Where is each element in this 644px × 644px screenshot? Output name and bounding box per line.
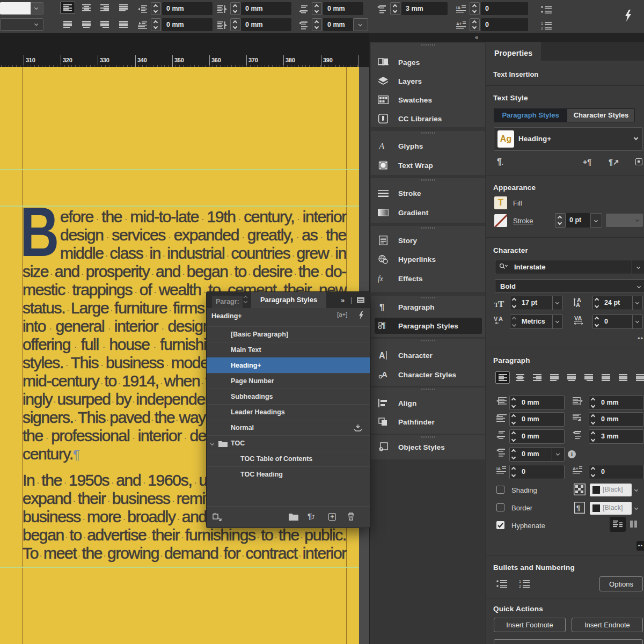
svg-text:A: A [382, 370, 387, 379]
svg-text:1: 1 [541, 21, 543, 25]
svg-text:A+: A+ [456, 21, 462, 26]
svg-text:A: A [499, 316, 503, 322]
svg-text:ab: ab [214, 512, 216, 515]
svg-text:A: A [576, 302, 580, 308]
svg-text:¶: ¶ [382, 321, 386, 330]
svg-text:A+: A+ [573, 466, 579, 471]
svg-text:1: 1 [519, 580, 521, 583]
svg-text:V: V [494, 316, 498, 322]
svg-text:2: 2 [519, 584, 521, 588]
svg-text:IA: IA [456, 5, 460, 10]
svg-text:T: T [498, 299, 504, 308]
svg-text:2: 2 [541, 26, 543, 30]
svg-text:¶: ¶ [379, 302, 384, 312]
svg-text:¶: ¶ [576, 504, 580, 512]
svg-text:A: A [379, 351, 385, 360]
svg-text:A: A [378, 141, 385, 151]
svg-text:IA: IA [496, 466, 501, 471]
svg-text:fx: fx [378, 275, 383, 283]
svg-text:VA: VA [574, 315, 582, 321]
